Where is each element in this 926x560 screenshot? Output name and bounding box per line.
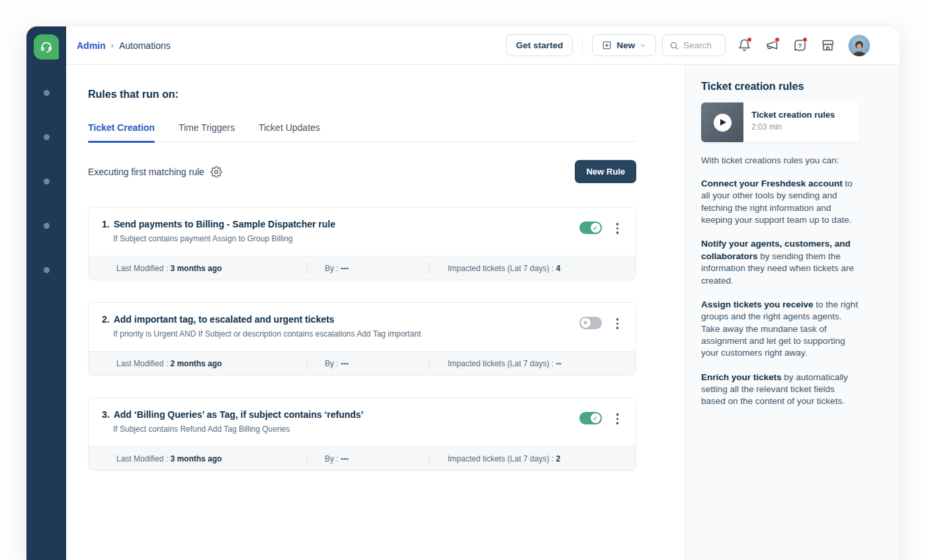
benefit-lead: Assign tickets you receive <box>701 300 814 309</box>
gear-icon[interactable] <box>210 166 222 178</box>
video-duration: 2:03 min <box>751 122 835 132</box>
new-rule-button[interactable]: New Rule <box>575 160 636 183</box>
left-nav-rail <box>26 26 66 560</box>
search-icon <box>669 41 679 50</box>
tab-ticket-updates[interactable]: Ticket Updates <box>259 122 320 141</box>
kebab-menu-icon[interactable] <box>614 412 622 426</box>
rule-description: If Subject contains Refund Add Tag Billi… <box>113 424 364 434</box>
breadcrumb-admin-link[interactable]: Admin <box>77 40 106 51</box>
toggle-knob <box>591 413 601 423</box>
by-value: --- <box>341 454 349 463</box>
nav-dot[interactable] <box>44 223 50 229</box>
app-window: Admin › Automations Get started New <box>26 26 900 560</box>
rule-title-text: Add important tag, to escalated and urge… <box>114 314 335 325</box>
get-started-label: Get started <box>516 40 563 50</box>
rule-number: 3. <box>102 409 110 420</box>
impacted-label: Impacted tickets (Lat 7 days) : <box>448 359 554 368</box>
rule-description: If priority is Urgent AND If Subject or … <box>113 329 421 339</box>
header-actions: Get started New <box>506 34 870 57</box>
toggle-knob <box>581 318 591 328</box>
breadcrumb-current-page: Automations <box>119 40 171 51</box>
rule-toggle[interactable] <box>579 221 602 234</box>
last-modified-value: 3 months ago <box>170 454 222 463</box>
execution-mode: Executing first matching rule <box>88 166 222 178</box>
nav-dot[interactable] <box>44 179 50 184</box>
announcements-button[interactable] <box>763 36 781 55</box>
person-silhouette <box>849 37 870 57</box>
main-content: Rules that run on: Ticket Creation Time … <box>66 65 685 560</box>
get-started-button[interactable]: Get started <box>506 34 573 56</box>
video-card[interactable]: Ticket creation rules 2:03 min <box>701 102 860 142</box>
help-button[interactable]: ? <box>790 36 809 55</box>
by-label: By : <box>325 359 339 368</box>
chevron-down-icon <box>640 42 646 49</box>
tab-time-triggers[interactable]: Time Triggers <box>179 122 235 141</box>
rule-title[interactable]: 3. Add ‘Billing Queries’ as Tag, if subj… <box>102 409 364 420</box>
avatar[interactable] <box>848 34 870 57</box>
breadcrumb: Admin › Automations <box>77 40 171 51</box>
impacted-label: Impacted tickets (Lat 7 days) : <box>448 454 554 463</box>
last-modified-label: Last Modified : <box>116 359 168 368</box>
freshdesk-logo[interactable] <box>34 34 59 60</box>
rule-title-text: Send payments to Billing - Sample Dispat… <box>114 219 335 229</box>
by-value: --- <box>341 359 349 368</box>
kebab-menu-icon[interactable] <box>614 221 622 235</box>
rule-meta-bar: Last Modified : 2 months ago By : --- Im… <box>89 351 636 375</box>
benefit-item: Notify your agents, customers, and colla… <box>701 238 860 286</box>
rule-toggle[interactable] <box>579 317 602 329</box>
marketplace-icon <box>821 38 835 52</box>
rule-title[interactable]: 2. Add important tag, to escalated and u… <box>102 314 421 325</box>
new-dropdown-button[interactable]: New <box>592 34 656 56</box>
by-value: --- <box>341 264 349 273</box>
nav-dot[interactable] <box>44 134 50 140</box>
benefit-lead: Connect your Freshdesk account <box>701 179 843 188</box>
new-button-label: New <box>616 40 635 50</box>
video-thumbnail <box>701 102 743 142</box>
header-divider <box>582 38 583 54</box>
rule-number: 1. <box>102 219 110 229</box>
rule-number: 2. <box>102 314 110 325</box>
rule-card: 1. Send payments to Billing - Sample Dis… <box>88 207 636 280</box>
benefit-item: Enrich your tickets by automatically set… <box>701 372 860 408</box>
execution-mode-label: Executing first matching rule <box>88 167 204 177</box>
rule-toggle[interactable] <box>579 412 602 424</box>
nav-dot[interactable] <box>44 90 50 96</box>
rule-title-text: Add ‘Billing Queries’ as Tag, if subject… <box>114 409 364 420</box>
marketplace-button[interactable] <box>818 36 837 55</box>
rules-list: 1. Send payments to Billing - Sample Dis… <box>88 207 636 471</box>
rule-meta-bar: Last Modified : 3 months ago By : --- Im… <box>89 446 636 470</box>
notification-dot <box>747 37 752 42</box>
svg-text:?: ? <box>798 42 801 49</box>
rules-controls: Executing first matching rule New Rule <box>88 160 636 183</box>
notifications-button[interactable] <box>735 36 753 55</box>
rule-meta-bar: Last Modified : 3 months ago By : --- Im… <box>89 256 636 280</box>
rule-title[interactable]: 1. Send payments to Billing - Sample Dis… <box>102 219 335 229</box>
search-input[interactable] <box>683 40 718 50</box>
last-modified-value: 2 months ago <box>170 359 222 368</box>
help-panel: Ticket creation rules Ticket creation ru… <box>685 65 900 560</box>
breadcrumb-separator: › <box>111 40 114 50</box>
rule-description: If Subject contains payment Assign to Gr… <box>113 234 335 243</box>
impacted-label: Impacted tickets (Lat 7 days) : <box>448 264 554 273</box>
help-panel-intro: With ticket creations rules you can: <box>701 155 860 165</box>
benefit-lead: Enrich your tickets <box>701 372 782 382</box>
rule-card: 2. Add important tag, to escalated and u… <box>88 302 636 376</box>
nav-placeholder-dots <box>44 90 50 273</box>
last-modified-label: Last Modified : <box>116 264 168 273</box>
nav-dot[interactable] <box>44 267 50 273</box>
last-modified-label: Last Modified : <box>116 454 168 463</box>
plus-square-icon <box>602 40 612 50</box>
benefit-item: Connect your Freshdesk account to all yo… <box>701 178 860 226</box>
tab-ticket-creation[interactable]: Ticket Creation <box>88 122 155 141</box>
benefit-item: Assign tickets you receive to the right … <box>701 299 860 360</box>
kebab-menu-icon[interactable] <box>614 317 622 331</box>
by-label: By : <box>325 264 339 273</box>
top-header: Admin › Automations Get started New <box>66 26 900 65</box>
play-icon <box>714 114 732 132</box>
video-title: Ticket creation rules <box>751 110 835 120</box>
tab-bar: Ticket Creation Time Triggers Ticket Upd… <box>88 122 636 142</box>
search-box[interactable] <box>662 34 726 56</box>
help-panel-title: Ticket creation rules <box>701 81 860 93</box>
rule-card: 3. Add ‘Billing Queries’ as Tag, if subj… <box>88 397 636 471</box>
page-title: Rules that run on: <box>88 89 636 100</box>
